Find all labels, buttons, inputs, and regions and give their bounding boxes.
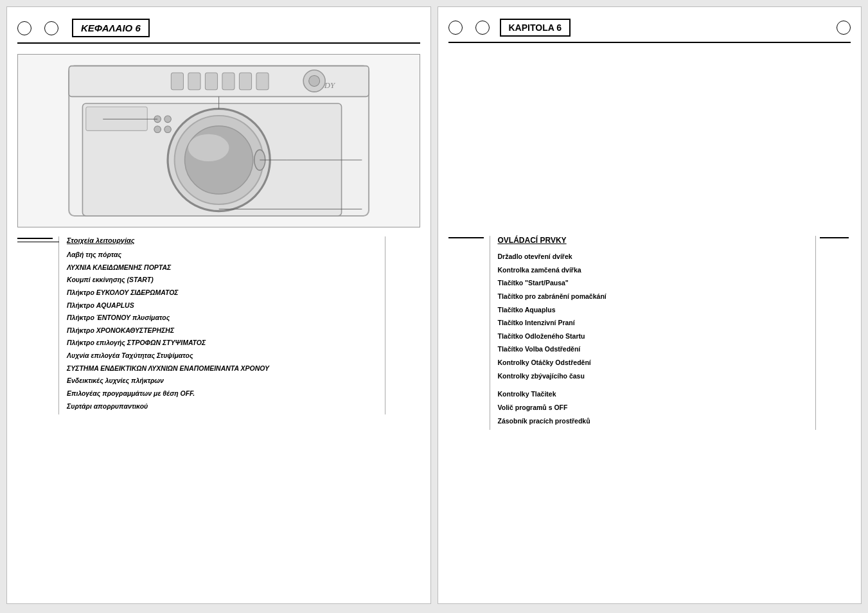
left-item-4: Πλήκτρο AQUAPLUS (67, 301, 377, 310)
section-label: Στοιχεία λειτουργίας (67, 236, 377, 244)
right-items-main-col: OVLÁDACÍ PRVKY Držadlo otevření dvířekKo… (490, 236, 816, 430)
svg-rect-5 (205, 73, 217, 90)
right-item-spacer-10 (498, 385, 808, 390)
right-blank-top (448, 53, 851, 227)
right-col-right (815, 236, 851, 430)
washer-svg: CANDY (28, 59, 409, 223)
right-page-header: KAPITOLA 6 (448, 19, 851, 43)
right-col-left (448, 236, 490, 430)
right-section-label: OVLÁDACÍ PRVKY (498, 236, 808, 245)
right-header-left (448, 21, 493, 35)
left-item-2: Κουμπί εκκίνησης (START) (67, 276, 377, 285)
svg-rect-4 (188, 73, 200, 90)
right-circle-2 (475, 21, 490, 35)
right-item-11: Kontrolky Tlačitek (498, 390, 808, 399)
right-item-1: Kontrolka zamčená dvířka (498, 266, 808, 275)
svg-rect-7 (239, 73, 251, 90)
circle-1 (17, 21, 31, 35)
right-divider-2 (820, 237, 849, 238)
left-item-10: Ενδεικτικές λυχνίες πλήκτρων (67, 377, 377, 386)
left-page-header: ΚΕΦΑΛΑΙΟ 6 (17, 19, 420, 44)
right-item-4: Tlačítko Aquaplus (498, 306, 808, 315)
items-main-col: Στοιχεία λειτουργίας Λαβή της πόρταςΛΥΧΝ… (59, 236, 385, 414)
right-item-2: Tlačítko "Start/Pausa" (498, 279, 808, 288)
svg-rect-17 (85, 107, 146, 130)
right-divider-1 (448, 237, 484, 238)
svg-point-19 (164, 116, 171, 123)
right-page: KAPITOLA 6 OVLÁDACÍ PRVKY Držadlo otevře… (438, 6, 862, 604)
left-item-0: Λαβή της πόρτας (67, 251, 377, 260)
right-item-8: Kontrolky Otáčky Odstředění (498, 359, 808, 368)
divider-line-1 (17, 238, 53, 239)
right-chapter-label: KAPITOLA 6 (500, 19, 571, 37)
left-header-circles (17, 21, 62, 35)
right-item-6: Tlačítko Odloženého Startu (498, 332, 808, 341)
right-item-12: Volič programů s OFF (498, 404, 808, 413)
left-page: ΚΕΦΑΛΑΙΟ 6 CANDY (6, 6, 431, 604)
left-item-5: Πλήκτρο ΈΝΤΟΝΟΥ πλυσίματος (67, 314, 377, 323)
left-item-1: ΛΥΧΝΙΑ ΚΛΕΙΔΩΜΕΝΗΣ ΠΟΡΤΑΣ (67, 263, 377, 272)
right-item-0: Držadlo otevření dvířek (498, 253, 808, 262)
right-chapter-box-container: KAPITOLA 6 (493, 19, 837, 37)
washer-image: CANDY (17, 54, 420, 227)
items-section: Στοιχεία λειτουργίας Λαβή της πόρταςΛΥΧΝ… (17, 236, 420, 414)
right-item-13: Zásobník pracích prostředků (498, 417, 808, 426)
left-col-spacer (17, 236, 59, 414)
left-item-6: Πλήκτρο ΧΡΟΝΟΚΑΘΥΣΤΕΡΗΣΗΣ (67, 326, 377, 335)
right-item-3: Tlačítko pro zabránění pomačkání (498, 292, 808, 301)
left-item-8: Λυχνία επιλογέα Ταχύτητας Στυψίματος (67, 351, 377, 360)
left-item-7: Πλήκτρο επιλογής ΣΤΡΟΦΩΝ ΣΤΥΨΙΜΑΤΟΣ (67, 339, 377, 348)
svg-rect-8 (256, 73, 269, 90)
left-chapter-label: ΚΕΦΑΛΑΙΟ 6 (72, 19, 150, 37)
svg-rect-3 (171, 73, 183, 90)
right-item-7: Tlačítko Volba Odstředění (498, 345, 808, 354)
svg-point-15 (188, 134, 229, 161)
right-header-right (837, 21, 851, 35)
svg-point-21 (164, 126, 171, 133)
svg-point-20 (154, 126, 161, 133)
left-col-right (385, 236, 420, 414)
svg-rect-6 (222, 73, 235, 90)
divider-line-2 (17, 242, 59, 243)
right-circle-1 (448, 21, 463, 35)
left-item-9: ΣΥΣΤΗΜΑ ΕΝΔΕΙΚΤΙΚΩΝ ΛΥΧΝΙΩΝ ΕΝΑΠΟΜΕΙΝΑΝΤ… (67, 364, 377, 373)
left-item-11: Επιλογέας προγραμμάτων με θέση OFF. (67, 389, 377, 398)
circle-2 (44, 21, 58, 35)
right-items-section: OVLÁDACÍ PRVKY Držadlo otevření dvířekKo… (448, 236, 851, 430)
left-item-12: Συρτάρι απορρυπαντικού (67, 402, 377, 411)
right-item-9: Kontrolky zbývajícího času (498, 372, 808, 381)
left-items-list: Λαβή της πόρταςΛΥΧΝΙΑ ΚΛΕΙΔΩΜΕΝΗΣ ΠΟΡΤΑΣ… (67, 251, 377, 411)
right-item-5: Tlačítko Intenzivní Praní (498, 319, 808, 328)
left-chapter-box-container: ΚΕΦΑΛΑΙΟ 6 (62, 19, 420, 37)
left-item-3: Πλήκτρο ΕΥΚΟΛΟΥ ΣΙΔΕΡΩΜΑΤΟΣ (67, 289, 377, 298)
right-circle-3 (837, 21, 851, 35)
right-items-list: Držadlo otevření dvířekKontrolka zamčená… (498, 253, 808, 425)
svg-point-10 (308, 75, 319, 86)
